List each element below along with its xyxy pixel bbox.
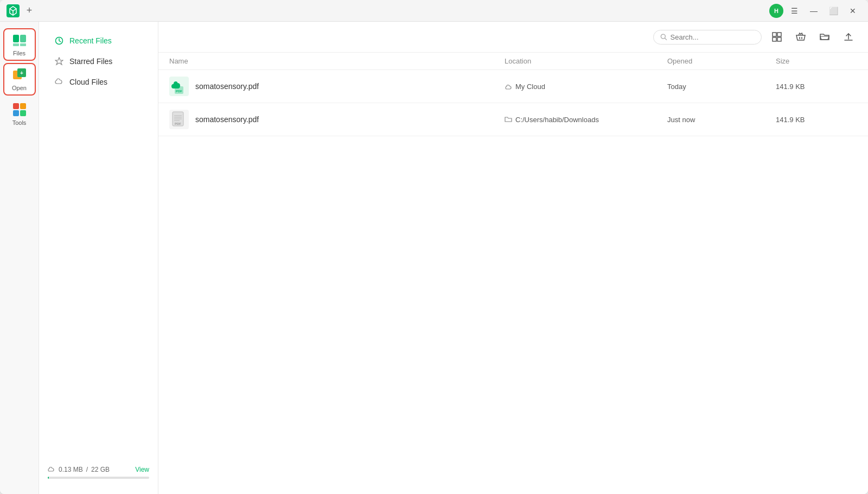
open-label: Open	[12, 85, 27, 91]
file-name-cell: PDF somatosensory.pdf	[169, 77, 505, 96]
file-name-cell: PDF somatosensory.pdf	[169, 110, 505, 129]
files-label: Files	[13, 50, 25, 56]
col-opened: Opened	[667, 57, 776, 65]
nav-starred-label: Starred Files	[69, 57, 112, 66]
svg-rect-12	[13, 110, 19, 116]
svg-rect-2	[13, 35, 19, 42]
app-logo-icon	[7, 4, 20, 17]
close-button[interactable]: ✕	[844, 3, 861, 18]
content-toolbar	[158, 22, 868, 53]
view-toggle-button[interactable]	[768, 28, 786, 46]
location-cell-1: My Cloud	[505, 83, 667, 91]
table-row[interactable]: PDF somatosensory.pdf My Cloud Today	[158, 70, 868, 103]
upload-icon	[844, 32, 853, 42]
hamburger-menu-button[interactable]: ☰	[786, 3, 803, 18]
cloud-location-icon	[505, 83, 512, 90]
svg-rect-3	[20, 35, 26, 42]
nav-item-cloud[interactable]: Cloud Files	[43, 72, 154, 92]
col-name: Name	[169, 57, 505, 65]
opened-cell-2: Just now	[667, 116, 776, 124]
file-name-1: somatosensory.pdf	[195, 82, 259, 91]
svg-rect-21	[777, 37, 781, 41]
file-table: Name Location Opened Size PDF soma	[158, 53, 868, 494]
nav-item-starred[interactable]: Starred Files	[43, 51, 154, 72]
location-2: C:/Users/habib/Downloads	[515, 116, 599, 124]
storage-separator: /	[86, 466, 88, 473]
search-input[interactable]	[671, 33, 755, 41]
add-tab-button[interactable]: +	[24, 5, 35, 16]
opened-cell-1: Today	[667, 83, 776, 91]
nav-sidebar: Recent Files Starred Files Cloud F	[39, 22, 158, 494]
tools-label: Tools	[12, 119, 27, 126]
pdf-local-icon: PDF	[169, 110, 189, 129]
svg-text:PDF: PDF	[175, 122, 181, 125]
storage-bar	[48, 477, 149, 479]
main-layout: Files + Open Tool	[0, 22, 868, 494]
app-window: + H ☰ — ⬜ ✕ Files	[0, 0, 868, 494]
file-name-2: somatosensory.pdf	[195, 115, 259, 124]
storage-total: 22 GB	[91, 466, 110, 473]
folder-open-icon	[820, 32, 829, 42]
svg-rect-18	[773, 33, 776, 36]
maximize-button[interactable]: ⬜	[825, 3, 842, 18]
storage-view-link[interactable]: View	[135, 466, 149, 473]
sidebar-item-files[interactable]: Files	[3, 28, 36, 61]
storage-info: 0.13 MB / 22 GB View	[39, 459, 158, 485]
cloud-storage-icon	[48, 466, 55, 473]
title-bar-left: +	[7, 4, 35, 17]
storage-bar-fill	[48, 477, 49, 479]
recent-icon	[54, 36, 64, 46]
upload-button[interactable]	[840, 28, 857, 46]
col-size: Size	[776, 57, 857, 65]
star-icon	[54, 56, 64, 66]
svg-text:PDF: PDF	[176, 90, 182, 93]
col-location: Location	[505, 57, 667, 65]
search-icon	[660, 33, 667, 41]
basket-button[interactable]	[792, 28, 809, 46]
minimize-button[interactable]: —	[805, 3, 822, 18]
svg-rect-4	[13, 43, 19, 46]
grid-view-icon	[772, 32, 782, 42]
folder-location-icon	[505, 116, 512, 123]
sidebar-item-open[interactable]: + Open	[3, 63, 36, 96]
location-cell-2: C:/Users/habib/Downloads	[505, 116, 667, 124]
svg-rect-20	[773, 37, 776, 41]
table-header: Name Location Opened Size	[158, 53, 868, 70]
tools-icon	[12, 102, 27, 117]
size-cell-1: 141.9 KB	[776, 83, 857, 91]
folder-open-button[interactable]	[816, 28, 833, 46]
open-icon: +	[12, 67, 27, 83]
svg-rect-5	[20, 43, 26, 46]
content-area: Name Location Opened Size PDF soma	[158, 22, 868, 494]
files-icon	[12, 33, 27, 48]
svg-text:+: +	[20, 70, 23, 76]
pdf-cloud-icon: PDF	[169, 77, 189, 96]
icon-sidebar: Files + Open Tool	[0, 22, 39, 494]
svg-rect-10	[13, 103, 19, 109]
nav-item-recent[interactable]: Recent Files	[43, 30, 154, 51]
svg-rect-19	[777, 33, 781, 36]
search-box[interactable]	[653, 30, 762, 45]
svg-line-17	[665, 38, 666, 40]
sidebar-item-tools[interactable]: Tools	[3, 98, 36, 130]
title-bar-controls: H ☰ — ⬜ ✕	[769, 3, 861, 18]
nav-recent-label: Recent Files	[69, 36, 112, 45]
basket-icon	[796, 32, 806, 42]
user-avatar[interactable]: H	[769, 4, 783, 18]
cloud-nav-icon	[54, 77, 64, 87]
nav-cloud-label: Cloud Files	[69, 78, 107, 86]
size-cell-2: 141.9 KB	[776, 116, 857, 124]
location-1: My Cloud	[515, 83, 545, 91]
title-bar: + H ☰ — ⬜ ✕	[0, 0, 868, 22]
svg-rect-11	[20, 103, 26, 109]
svg-marker-15	[55, 58, 63, 65]
storage-used: 0.13 MB	[59, 466, 83, 473]
table-row[interactable]: PDF somatosensory.pdf C:/Users/habib/Dow…	[158, 103, 868, 136]
svg-rect-13	[20, 110, 26, 116]
